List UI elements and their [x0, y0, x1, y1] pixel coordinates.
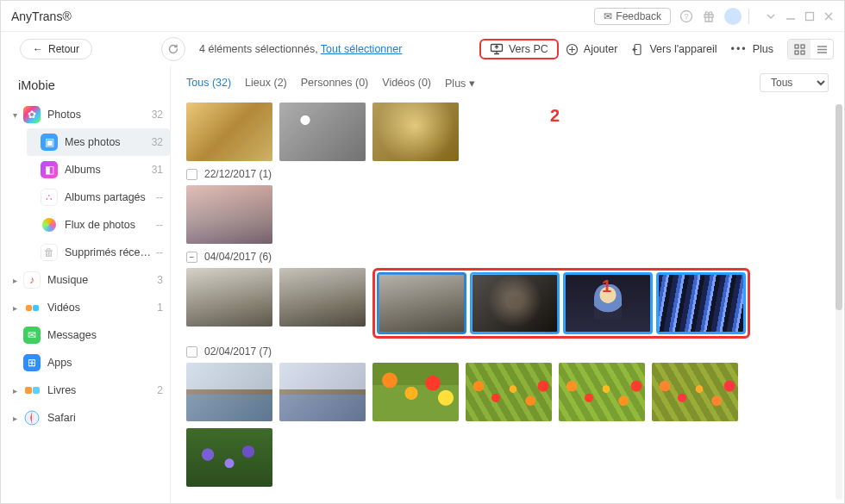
- expand-down-icon[interactable]: [765, 10, 777, 22]
- feedback-label: Feedback: [616, 10, 661, 22]
- sidebar-item-albums[interactable]: ◧ Albums 31: [27, 156, 170, 184]
- photo-thumb-selected[interactable]: [379, 274, 465, 333]
- monitor-icon: [490, 43, 504, 55]
- group-date: 02/04/2017 (7): [204, 345, 272, 358]
- photo-thumb[interactable]: [279, 103, 366, 161]
- svg-rect-8: [795, 51, 798, 54]
- more-label: Plus: [753, 43, 773, 55]
- filter-people[interactable]: Personnes (0): [301, 77, 369, 89]
- refresh-button[interactable]: [161, 37, 185, 61]
- caret-right-icon: ▸: [13, 386, 23, 395]
- svg-rect-2: [806, 12, 814, 20]
- app-brand: AnyTrans®: [11, 9, 72, 23]
- selection-highlight-box: [372, 268, 750, 339]
- sidebar-item-recently-deleted[interactable]: 🗑 Supprimés récemment --: [27, 239, 170, 266]
- group-checkbox[interactable]: [186, 346, 197, 358]
- sidebar-item-books[interactable]: ▸ Livres 2: [9, 376, 170, 404]
- filter-all[interactable]: Tous (32): [186, 77, 231, 89]
- grid-view-button[interactable]: [788, 40, 811, 59]
- close-icon[interactable]: [823, 11, 834, 22]
- sidebar-item-videos[interactable]: ▸ Vidéos 1: [9, 294, 170, 321]
- photo-thumb[interactable]: [186, 428, 272, 487]
- maximize-icon[interactable]: [804, 11, 815, 22]
- sidebar-item-music[interactable]: ▸ ♪ Musique 3: [9, 266, 170, 294]
- list-view-button[interactable]: [811, 40, 833, 59]
- sidebar-item-safari[interactable]: ▸ Safari: [9, 404, 170, 432]
- albums-icon: ◧: [41, 161, 58, 178]
- add-label: Ajouter: [584, 43, 618, 55]
- sidebar-item-photo-stream[interactable]: Flux de photos --: [27, 211, 170, 239]
- scrollbar-thumb[interactable]: [836, 104, 842, 310]
- photo-thumb[interactable]: [372, 363, 459, 421]
- add-button[interactable]: Ajouter: [559, 40, 625, 59]
- grid-icon: [794, 44, 805, 55]
- group-header[interactable]: 22/12/2017 (1): [186, 168, 829, 180]
- to-device-button[interactable]: Vers l'appareil: [624, 40, 723, 59]
- to-pc-button[interactable]: Vers PC: [479, 39, 559, 59]
- safari-icon: [23, 409, 41, 426]
- photo-thumb[interactable]: [372, 103, 459, 161]
- filter-dropdown[interactable]: Tous: [760, 73, 829, 92]
- sidebar-item-apps[interactable]: ⊞ Apps: [9, 349, 170, 376]
- select-all-link[interactable]: Tout sélectionner: [321, 43, 403, 55]
- photo-thumb[interactable]: [186, 268, 272, 327]
- envelope-icon: ✉: [604, 10, 612, 22]
- photo-thumb[interactable]: [186, 185, 272, 244]
- photos-icon: ✿: [23, 106, 41, 123]
- more-button[interactable]: ••• Plus: [724, 40, 780, 59]
- feedback-button[interactable]: ✉ Feedback: [594, 8, 671, 25]
- photo-thumb[interactable]: [466, 363, 552, 421]
- books-icon: [23, 382, 41, 399]
- caret-down-icon: ▾: [13, 110, 23, 120]
- sidebar-item-my-photos[interactable]: ▣ Mes photos 32: [27, 128, 170, 156]
- stream-icon: [41, 216, 58, 233]
- svg-rect-6: [795, 45, 798, 48]
- scrollbar[interactable]: [836, 104, 842, 500]
- back-label: Retour: [48, 43, 79, 55]
- view-toggle: [787, 39, 834, 59]
- photo-thumb-selected[interactable]: [472, 274, 558, 333]
- filter-places[interactable]: Lieux (2): [245, 77, 287, 89]
- list-icon: [817, 44, 828, 55]
- messages-icon: ✉: [23, 327, 41, 344]
- photo-thumb[interactable]: [279, 268, 366, 327]
- user-avatar[interactable]: [724, 8, 742, 25]
- group-date: 04/04/2017 (6): [204, 251, 272, 263]
- content-area: Tous (32) Lieux (2) Personnes (0) Vidéos…: [170, 66, 844, 504]
- group-header[interactable]: 04/04/2017 (6): [186, 251, 829, 263]
- titlebar: AnyTrans® ✉ Feedback ?: [1, 1, 844, 32]
- music-icon: ♪: [23, 271, 41, 289]
- plus-circle-icon: [566, 43, 579, 56]
- filter-videos[interactable]: Vidéos (0): [382, 77, 431, 89]
- photo-thumb[interactable]: [186, 103, 272, 161]
- refresh-icon: [167, 43, 179, 55]
- group-header[interactable]: 02/04/2017 (7): [186, 345, 829, 358]
- to-device-label: Vers l'appareil: [649, 43, 717, 55]
- photo-thumb-selected[interactable]: [565, 274, 651, 333]
- group-checkbox-partial[interactable]: [186, 252, 197, 263]
- svg-rect-7: [801, 45, 804, 48]
- help-icon[interactable]: ?: [679, 9, 693, 23]
- photo-thumb-selected[interactable]: [658, 274, 744, 333]
- sidebar-item-shared-albums[interactable]: ∴ Albums partagés --: [27, 184, 170, 211]
- account-name: iMobie: [9, 73, 170, 101]
- group-date: 22/12/2017 (1): [204, 168, 272, 180]
- apps-icon: ⊞: [23, 354, 41, 371]
- videos-icon: [23, 299, 41, 316]
- sidebar-item-messages[interactable]: ✉ Messages: [9, 321, 170, 349]
- group-checkbox[interactable]: [186, 169, 197, 180]
- back-button[interactable]: ← Retour: [20, 39, 92, 59]
- filter-more[interactable]: Plus ▾: [445, 77, 475, 90]
- photo-thumb[interactable]: [559, 363, 645, 421]
- minimize-icon[interactable]: [786, 11, 796, 22]
- gift-icon[interactable]: [702, 9, 716, 23]
- to-pc-label: Vers PC: [509, 43, 548, 55]
- sidebar: iMobie ▾ ✿ Photos 32 ▣ Mes photos 32 ◧ A…: [1, 66, 170, 504]
- photo-thumb[interactable]: [186, 363, 272, 421]
- filter-tabs: Tous (32) Lieux (2) Personnes (0) Vidéos…: [171, 66, 844, 99]
- photo-thumb[interactable]: [652, 363, 738, 421]
- photo-thumb[interactable]: [279, 363, 366, 421]
- sidebar-item-photos[interactable]: ▾ ✿ Photos 32: [9, 101, 170, 128]
- caret-right-icon: ▸: [13, 303, 23, 313]
- toolbar: ← Retour 4 éléments sélectionnés, Tout s…: [1, 32, 844, 66]
